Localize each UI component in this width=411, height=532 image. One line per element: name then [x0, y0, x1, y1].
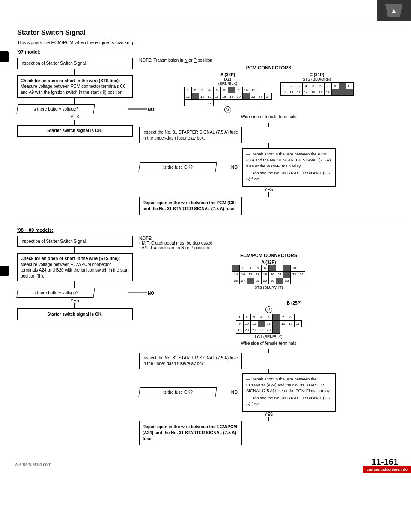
pcm-conn-area-97: PCM CONNECTORS A (32P) LG1(BRN/BLK) 1234… — [139, 65, 398, 119]
flow97-left: Inspection of Starter Switch Signal. Che… — [17, 58, 133, 137]
lg1-label-98: LG1 (BRN/BLK) — [236, 335, 302, 339]
ecm-title-98: ECM/PCM CONNECTORS — [139, 253, 398, 258]
vc2 — [74, 98, 75, 104]
vc-r3 — [268, 192, 269, 197]
diamond97-2: Is the fuse OK? — [138, 162, 217, 172]
conn-a-98: A (32P) 34 56 8 10 14161718 — [232, 260, 305, 290]
right-note-98-1: — Repair short in the wire between the E… — [246, 376, 332, 394]
conn-c-table-97: 1234 567 810 11121314 161718 — [280, 82, 354, 96]
wire-label-97: Wire side of female terminals — [139, 114, 398, 119]
yes97-1: YES — [17, 114, 133, 119]
diamond98-2: Is the fuse OK? — [138, 387, 217, 397]
note98-label: NOTE: — [139, 236, 398, 241]
website-text: w emanualpro.com — [15, 462, 51, 467]
vc98-1 — [74, 247, 75, 253]
model97-label: '97 model: — [17, 49, 398, 54]
no97-hline — [128, 109, 147, 110]
check-icon-97: V — [224, 106, 231, 113]
diamond98-1-wrap: Is there battery voltage? NO — [17, 288, 133, 298]
note97-line: NOTE: Transmission in N or P position. — [139, 58, 398, 63]
repair98-box: Repair open in the wire between the ECM/… — [139, 421, 242, 445]
right-note-98-2: — Replace the No. 31 STARTER SIGNAL (7.5… — [246, 395, 332, 407]
sts-label-98: STS (BLU/WHT) — [232, 285, 305, 290]
conn-a-table-97: 1234 56 91011 12 151617181920 222324 — [184, 87, 272, 106]
diamond97-1-wrap: Is there battery voltage? NO — [17, 104, 133, 114]
conn-c-sub-97: STS (BLU/ORN) — [280, 77, 354, 81]
wire-label-98: Wire side of female terminals — [139, 341, 398, 346]
conn-a-label-98: A (32P) — [232, 260, 305, 265]
conn-c-label-97: C (31P) — [280, 72, 354, 77]
diamond97-2-wrap: Is the fuse OK? NO — Repair short in the… — [139, 148, 398, 187]
no98-2-label: NO — [231, 390, 238, 395]
box97-ok: Starter switch signal is OK. — [17, 125, 133, 137]
vc1 — [74, 69, 75, 75]
section-98: '98 – 00 models: Inspection of Starter S… — [17, 227, 398, 445]
yes98-2: YES — [139, 412, 398, 417]
no98-2-hline — [218, 392, 231, 392]
vc-r1 — [268, 123, 269, 127]
repair97-box: Repair open in the wire between the PCM … — [139, 197, 242, 215]
box97-2-title: Check for an open or short in the wire (… — [21, 78, 120, 83]
no98-arrow: NO — [128, 290, 154, 295]
conn-a-sub-97: LG1(BRN/BLK) — [184, 77, 272, 86]
yes98-1: YES — [17, 298, 133, 303]
check-icon-98: V — [265, 306, 272, 313]
vc-r2 — [268, 143, 269, 148]
note98-at: • A/T: Transmission in N or P position. — [139, 245, 398, 250]
conn-row-97: A (32P) LG1(BRN/BLK) 1234 56 91011 12 — [139, 72, 398, 113]
note98-mt: • M/T: Clutch pedal must be depressed. — [139, 241, 398, 245]
section-97: '97 model: Inspection of Starter Switch … — [17, 49, 398, 215]
conn-a-table-98: 34 56 8 10 14161718 192021 2324 — [232, 265, 305, 284]
note97-text: Transmission in N or P position. — [153, 58, 214, 63]
flow98-left: Inspection of Starter Switch Signal. Che… — [17, 236, 133, 320]
carmanuals-brand: carmanualsonline.info — [363, 466, 411, 473]
no97-2-label: NO — [231, 165, 238, 170]
model98-layout: Inspection of Starter Switch Signal. Che… — [17, 236, 398, 445]
diamond97-1: Is there battery voltage? — [16, 104, 95, 114]
top-rule — [17, 24, 398, 24]
conn-b-table-98: 12 345 78 91011 13 — [236, 314, 302, 334]
conn-a-label-97: A (32P) — [184, 72, 272, 77]
check-v-97: V — [184, 106, 272, 113]
conn-row-98: A (32P) 34 56 8 10 14161718 — [139, 260, 398, 340]
box97-1: Inspection of Starter Switch Signal. — [17, 58, 133, 69]
inspect97-box: Inspect the No. 31 STARTER SIGNAL (7.5 A… — [139, 127, 242, 143]
no98-hline — [128, 293, 147, 293]
intro-text: This signals the ECM/PCM when the engine… — [17, 40, 398, 45]
note98-area: NOTE: • M/T: Clutch pedal must be depres… — [139, 236, 398, 250]
conn-b-lg1-row: B (25P) V 12 345 — [236, 301, 302, 340]
diamond98-1: Is there battery voltage? — [16, 288, 95, 298]
vc98-r1 — [268, 349, 269, 353]
right-note-97-1: — Repair short in the wire between the P… — [246, 151, 332, 169]
page-title: Starter Switch Signal — [17, 29, 398, 36]
conn-c-97: C (31P) STS (BLU/ORN) 1234 567 810 11121… — [280, 72, 354, 113]
box98-2: Check for an open or short in the wire (… — [17, 253, 133, 281]
vc98-2 — [74, 281, 75, 288]
box98-ok: Starter switch signal is OK. — [17, 308, 133, 320]
ecm-conn-area-98: ECM/PCM CONNECTORS A (32P) 34 56 8 10 — [139, 253, 398, 346]
no98-2-arrow: NO — [218, 390, 238, 395]
no97-label: NO — [148, 107, 154, 111]
vc98-r3 — [268, 417, 269, 421]
no98-label: NO — [148, 290, 154, 295]
box98-1: Inspection of Starter Switch Signal. — [17, 236, 133, 247]
no97-2-arrow: NO — [218, 165, 238, 170]
conn-b-98: B (25P) V 12 345 — [236, 301, 302, 340]
conn-a-97: A (32P) LG1(BRN/BLK) 1234 56 91011 12 — [184, 72, 272, 113]
right-note-97: — Repair short in the wire between the P… — [242, 148, 336, 187]
right-note-98: — Repair short in the wire between the E… — [242, 373, 336, 412]
box97-2: Check for an open or short in the wire (… — [17, 75, 133, 98]
box97-2-body: Measure voltage between PCM connector te… — [21, 84, 125, 95]
flow98-right: NOTE: • M/T: Clutch pedal must be depres… — [139, 236, 398, 445]
vc98-3 — [74, 303, 75, 308]
model98-label: '98 – 00 models: — [17, 227, 398, 233]
diamond98-2-wrap: Is the fuse OK? NO — Repair short in the… — [139, 373, 398, 412]
no97-2-hline — [218, 167, 231, 167]
box98-2-title: Check for an open or short in the wire (… — [21, 256, 120, 261]
note97-label: NOTE: — [139, 58, 153, 63]
check-v-98: V — [236, 306, 302, 313]
vc98-r2 — [268, 369, 269, 373]
right-note-97-2: — Replace the No. 31 STARTER SIGNAL (7.5… — [246, 170, 332, 182]
yes97-2: YES — [139, 187, 398, 192]
repair97-text: Repair open in the wire between the PCM … — [143, 200, 236, 211]
